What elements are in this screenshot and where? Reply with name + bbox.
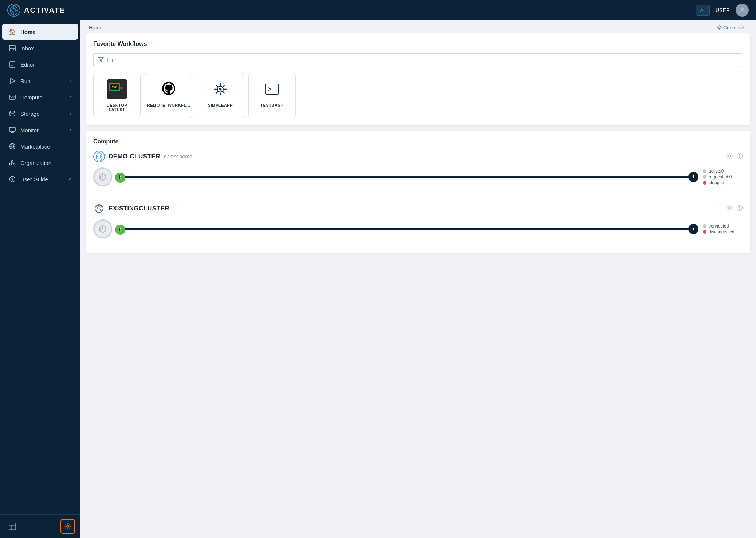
workflow-name-remote-workfl: REMOTE_WORKFL... xyxy=(147,103,190,107)
logo-area: ACTIVATE xyxy=(7,4,65,17)
workflow-item-desktop-latest[interactable]: no VNC ⊞ DESKTOP LATEST xyxy=(93,73,141,118)
active-legend-label: active:0 xyxy=(709,169,724,174)
demo-cluster-track: 0 1 xyxy=(117,176,698,178)
svg-rect-14 xyxy=(9,95,15,99)
svg-rect-15 xyxy=(11,96,12,97)
filter-input[interactable] xyxy=(107,57,738,63)
sidebar-item-organization[interactable]: Organization xyxy=(2,155,78,171)
monitor-chevron: › xyxy=(70,127,71,132)
sidebar-item-editor[interactable]: Editor xyxy=(2,56,78,72)
sidebar-item-inbox[interactable]: Inbox xyxy=(2,40,78,56)
terminal-button[interactable]: >_ xyxy=(696,5,710,16)
legend-item-requested: requested:0 xyxy=(703,174,743,179)
demo-cluster-slider-start: 0 xyxy=(115,173,125,183)
sidebar-item-home[interactable]: 🏠 Home xyxy=(2,24,78,40)
demo-cluster-info-icon[interactable] xyxy=(736,153,743,161)
active-legend-dot xyxy=(703,169,706,173)
home-icon: 🏠 xyxy=(9,28,16,35)
existing-cluster-info-icon[interactable] xyxy=(736,205,743,213)
inbox-icon xyxy=(9,44,16,52)
sidebar-item-userguide[interactable]: ? User Guide ↗ xyxy=(2,171,78,187)
workflow-item-simpleapp[interactable]: SIMPLEAPP xyxy=(197,73,244,118)
existing-cluster-gear-icon[interactable] xyxy=(726,205,733,213)
sidebar-item-run[interactable]: Run › xyxy=(2,73,78,89)
svg-marker-13 xyxy=(11,78,15,83)
sidebar-item-marketplace[interactable]: Marketplace xyxy=(2,138,78,154)
workflow-name-desktop-latest: DESKTOP LATEST xyxy=(98,103,136,112)
main-content: Home Customize Favorite Workflows xyxy=(80,20,756,538)
svg-rect-18 xyxy=(9,127,15,131)
svg-point-62 xyxy=(728,207,731,209)
stopped-legend-dot xyxy=(703,181,706,185)
external-link-icon: ↗ xyxy=(68,177,71,182)
run-chevron: › xyxy=(70,78,71,83)
demo-cluster-gear-icon[interactable] xyxy=(726,153,733,161)
sidebar-label-monitor: Monitor xyxy=(20,127,39,133)
storage-chevron: › xyxy=(70,111,71,116)
sidebar-item-compute[interactable]: Compute › xyxy=(2,89,78,105)
workflow-item-remote-workfl[interactable]: REMOTE_WORKFL... xyxy=(145,73,192,118)
sidebar-label-marketplace: Marketplace xyxy=(20,143,50,150)
svg-point-34 xyxy=(67,525,69,527)
simpleapp-icon xyxy=(210,79,231,99)
existing-cluster-icon xyxy=(93,203,105,214)
svg-point-35 xyxy=(718,27,720,29)
compute-card: Compute DEMO CLUSTER xyxy=(86,131,750,253)
storage-icon xyxy=(9,110,16,117)
existing-cluster-legend: connected disconnected xyxy=(703,223,743,234)
compute-chevron: › xyxy=(70,95,71,100)
existing-cluster-tick-start xyxy=(119,228,120,231)
filter-icon xyxy=(98,56,104,64)
sidebar-item-storage[interactable]: Storage › xyxy=(2,106,78,122)
svg-point-44 xyxy=(219,88,222,91)
cluster-header-right-existing xyxy=(726,205,743,213)
avatar[interactable] xyxy=(736,4,749,17)
svg-line-27 xyxy=(11,162,12,163)
demo-cluster-tick-start xyxy=(119,175,120,179)
breadcrumb-bar: Home Customize xyxy=(80,20,756,33)
sidebar-label-home: Home xyxy=(20,29,36,35)
connected-legend-label: connected xyxy=(709,223,729,229)
workflow-item-testbash[interactable]: TESTBASH xyxy=(248,73,296,118)
app-title: ACTIVATE xyxy=(24,6,65,15)
favorite-workflows-card: Favorite Workflows no V xyxy=(86,33,750,125)
sidebar: 🏠 Home Inbox Editor xyxy=(0,20,80,538)
svg-text:?: ? xyxy=(11,177,14,182)
connected-legend-dot xyxy=(703,224,706,228)
sidebar-footer xyxy=(0,514,80,538)
customize-link[interactable]: Customize xyxy=(717,25,747,31)
demo-cluster-legend: active:0 requested:0 stopped xyxy=(703,169,743,185)
demo-cluster-meta: name: demo xyxy=(164,154,192,159)
existing-cluster-slider[interactable]: 0 1 xyxy=(117,225,698,233)
organization-icon xyxy=(9,159,16,166)
legend-item-disconnected: disconnected xyxy=(703,229,743,234)
stopped-legend-label: stopped xyxy=(709,180,724,185)
sidebar-label-storage: Storage xyxy=(20,111,40,117)
remote-workfl-icon xyxy=(158,79,179,99)
demo-cluster-power-button[interactable] xyxy=(93,167,112,186)
svg-point-1 xyxy=(12,8,16,12)
workflow-name-simpleapp: SIMPLEAPP xyxy=(208,103,233,107)
existing-cluster-slider-start: 0 xyxy=(115,225,125,235)
filter-input-wrapper[interactable] xyxy=(93,53,743,67)
cluster-header-demo: DEMO CLUSTER name: demo xyxy=(93,151,743,162)
requested-legend-dot xyxy=(703,175,706,179)
sidebar-item-monitor[interactable]: Monitor › xyxy=(2,122,78,138)
disconnected-legend-dot xyxy=(703,230,706,234)
existing-cluster-power-button[interactable] xyxy=(93,219,112,238)
panel-icon[interactable] xyxy=(5,519,20,534)
legend-item-active: active:0 xyxy=(703,169,743,174)
userguide-icon: ? xyxy=(9,175,16,183)
svg-point-25 xyxy=(10,163,12,165)
svg-line-28 xyxy=(12,162,14,163)
demo-cluster-slider[interactable]: 0 1 xyxy=(117,173,698,181)
workflow-grid: no VNC ⊞ DESKTOP LATEST xyxy=(93,73,743,118)
cluster-header-existing: EXISTINGCLUSTER xyxy=(93,203,743,214)
sidebar-label-inbox: Inbox xyxy=(20,45,34,51)
svg-rect-9 xyxy=(10,62,15,67)
customize-label: Customize xyxy=(723,25,747,31)
marketplace-icon xyxy=(9,143,16,150)
settings-button[interactable] xyxy=(60,519,75,534)
svg-rect-16 xyxy=(13,96,14,97)
existing-cluster-tick-end xyxy=(695,228,696,231)
